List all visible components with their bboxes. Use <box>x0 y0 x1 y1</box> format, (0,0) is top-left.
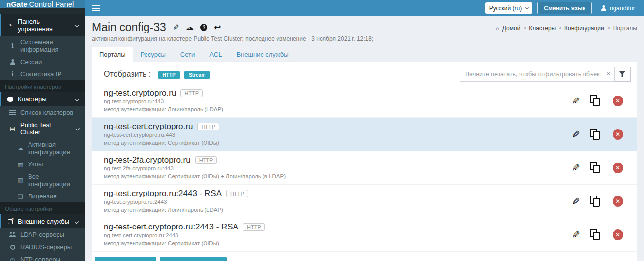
filter-button[interactable] <box>615 67 631 82</box>
breadcrumb-portals: Порталы <box>613 25 637 32</box>
sidebar-item-clusters[interactable]: Кластеры <box>0 92 85 106</box>
sidebar-item-system-info[interactable]: i Системная информация <box>0 36 85 56</box>
sidebar-item-ip-statistics[interactable]: i Статистика IP <box>0 68 85 80</box>
chevron-down-icon <box>75 23 79 27</box>
sidebar-item-control-panel[interactable]: ◔ Панель управления <box>0 14 85 36</box>
edit-portal-button[interactable]: ✎ <box>572 162 580 174</box>
content-area: Main config-33 ✎ ☁ ▲ ? ↩ активная конфиг… <box>85 16 644 261</box>
breadcrumb-home[interactable]: Домой <box>502 25 521 32</box>
portal-type-badge: HTTP <box>195 156 217 164</box>
edit-portal-button[interactable]: ✎ <box>572 95 580 107</box>
add-http-portal-button[interactable]: + HTTP портал <box>95 257 156 261</box>
portal-name: ng-test.cryptopro.ru:2443 - RSA <box>104 189 222 198</box>
filter-stream-badge[interactable]: Stream <box>184 71 210 79</box>
delete-portal-button[interactable]: ✕ <box>613 129 623 140</box>
app-root: nGate Control Panel ◔ Панель управления … <box>0 0 644 261</box>
portal-auth-method: метод аутентификации: Логин/пароль (LDAP… <box>104 106 223 114</box>
tab-networks[interactable]: Сети <box>173 47 202 62</box>
deploy-config-icon[interactable]: ☁ ▲ <box>185 23 194 32</box>
user-menu[interactable]: ngauditor <box>597 5 639 12</box>
circle-icon <box>10 245 15 250</box>
sidebar-item-label: Системная информация <box>20 38 82 53</box>
edit-config-name-icon[interactable]: ✎ <box>173 24 179 32</box>
username: ngauditor <box>610 5 635 12</box>
edit-portal-button[interactable]: ✎ <box>572 229 580 241</box>
duplicate-portal-button[interactable] <box>592 163 599 172</box>
sidebar-menu: ◔ Панель управления i Системная информац… <box>0 8 85 261</box>
undo-icon[interactable]: ↩ <box>214 23 221 32</box>
sidebar-item-nodes[interactable]: ▦ Узлы <box>0 158 85 170</box>
portal-type-badge: HTTP <box>243 223 265 231</box>
sidebar-toggle-button[interactable] <box>85 0 107 16</box>
delete-portal-button[interactable]: ✕ <box>613 229 623 240</box>
sidebar-item-cluster-list[interactable]: Список кластеров <box>0 106 85 119</box>
tab-portals[interactable]: Порталы <box>92 47 133 62</box>
language-select-value: Русский (ru) <box>489 5 522 12</box>
sidebar-item-label: Public Test Cluster <box>20 121 72 136</box>
tab-external-services[interactable]: Внешние службы <box>229 47 295 62</box>
delete-portal-button[interactable]: ✕ <box>613 163 623 173</box>
sidebar-item-label: Все конфигурации <box>28 173 82 188</box>
change-language-button[interactable]: Сменить язык <box>537 2 592 14</box>
x-icon: ✕ <box>615 198 620 205</box>
sidebar-item-sessions[interactable]: Сессии <box>0 56 85 68</box>
portal-host: ng-test-2fa.cryptopro.ru:443 <box>104 165 286 173</box>
x-icon: ✕ <box>615 164 620 171</box>
duplicate-portal-button[interactable] <box>592 230 599 239</box>
brand-logo[interactable]: nGate Control Panel <box>0 0 85 8</box>
clear-search-icon[interactable]: ✕ <box>606 71 611 77</box>
config-subtitle: активная конфигурация на кластере Public… <box>92 35 637 42</box>
language-select[interactable]: Русский (ru) <box>485 2 533 14</box>
delete-portal-button[interactable]: ✕ <box>613 196 623 207</box>
portals-panel: Отобразить : HTTP Stream ✕ <box>92 62 637 261</box>
upload-arrow-icon: ▲ <box>188 27 191 30</box>
hamburger-icon <box>92 8 100 9</box>
breadcrumb-configurations[interactable]: Конфигурации <box>564 25 604 32</box>
filter-search-input[interactable] <box>460 67 615 82</box>
duplicate-portal-button[interactable] <box>592 130 599 138</box>
sidebar-item-label: Активная конфигурация <box>28 141 82 156</box>
page-title: Main config-33 <box>92 21 166 34</box>
edit-portal-button[interactable]: ✎ <box>572 196 580 207</box>
dashboard-icon: ◔ <box>8 22 12 28</box>
sidebar-item-label: Сессии <box>20 58 42 65</box>
duplicate-portal-button[interactable] <box>592 197 599 205</box>
tab-acl[interactable]: ACL <box>202 47 229 62</box>
sidebar-item-label: Статистика IP <box>20 70 61 78</box>
sidebar-item-label: Узлы <box>28 161 43 168</box>
sidebar-item-public-test-cluster[interactable]: ▤ Public Test Cluster <box>0 119 85 138</box>
sidebar-item-external-services[interactable]: Внешние службы <box>0 214 85 228</box>
delete-portal-button[interactable]: ✕ <box>613 96 623 106</box>
portal-host: ng-test-cert.cryptopro.ru:443 <box>104 131 219 139</box>
portal-row: ng-test.cryptopro.ru HTTP ng-test.crypto… <box>92 84 637 118</box>
sidebar-item-radius-servers[interactable]: RADIUS-серверы <box>0 241 85 253</box>
database-icon <box>7 97 13 102</box>
portal-auth-method: метод аутентификации: Сертификат (OIDы) <box>104 139 219 147</box>
portal-type-badge: HTTP <box>180 89 203 97</box>
sidebar-section-general-settings: Общие настройки <box>0 202 85 214</box>
user-icon <box>10 59 16 65</box>
filter-http-badge[interactable]: HTTP <box>158 71 180 79</box>
portal-row: ng-test-cert.cryptopro.ru:2443 - RSA HTT… <box>92 218 637 252</box>
tab-resources[interactable]: Ресурсы <box>133 47 173 62</box>
sidebar: nGate Control Panel ◔ Панель управления … <box>0 0 85 261</box>
edit-portal-button[interactable]: ✎ <box>572 129 580 140</box>
sidebar-item-ldap-servers[interactable]: LDAP-серверы <box>0 228 85 241</box>
breadcrumb-clusters[interactable]: Кластеры <box>529 25 556 32</box>
info-icon: i <box>11 71 14 77</box>
breadcrumb: ⌂ Домой > Кластеры > Конфигурации > Порт… <box>496 24 637 32</box>
sidebar-item-active-configuration[interactable]: ☁ Активная конфигурация <box>0 138 85 158</box>
sidebar-item-license[interactable]: ❏ Лицензия <box>0 190 85 202</box>
add-stream-portal-button[interactable]: + Stream-портал <box>160 257 227 261</box>
chevron-down-icon <box>76 127 80 130</box>
sidebar-item-ntp-servers[interactable]: ◷ NTP-серверы <box>0 253 85 261</box>
funnel-icon <box>619 71 625 77</box>
portal-name: ng-test-cert.cryptopro.ru <box>104 122 193 131</box>
portal-auth-method: метод аутентификации: Логин/пароль (LDAP… <box>104 206 248 214</box>
portal-row-selected: ng-test-cert.cryptopro.ru HTTP ng-test-c… <box>92 118 637 151</box>
sidebar-item-label: Лицензия <box>28 193 57 200</box>
sidebar-item-all-configurations[interactable]: ▥ Все конфигурации <box>0 170 85 190</box>
help-icon[interactable]: ? <box>200 24 207 31</box>
duplicate-portal-button[interactable] <box>592 97 599 105</box>
portal-row: ng-test-2fa.cryptopro.ru HTTP ng-test-2f… <box>92 151 637 185</box>
